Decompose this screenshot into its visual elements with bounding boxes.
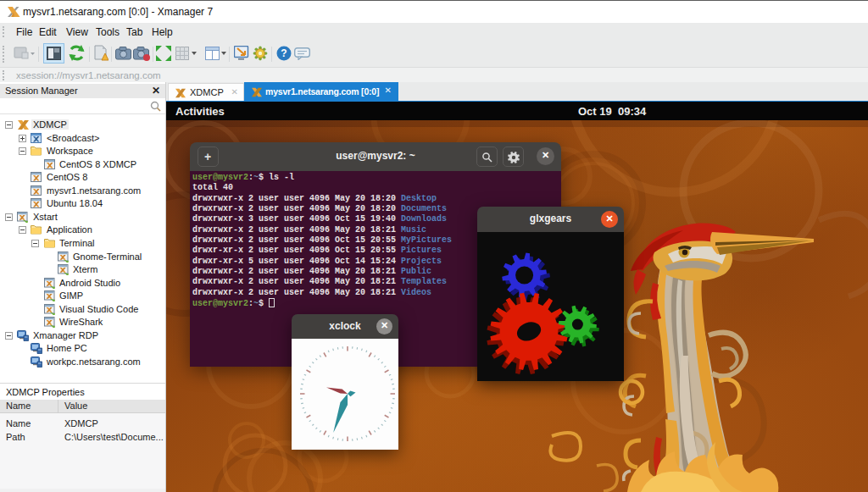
svg-text:?: ?	[281, 47, 287, 59]
